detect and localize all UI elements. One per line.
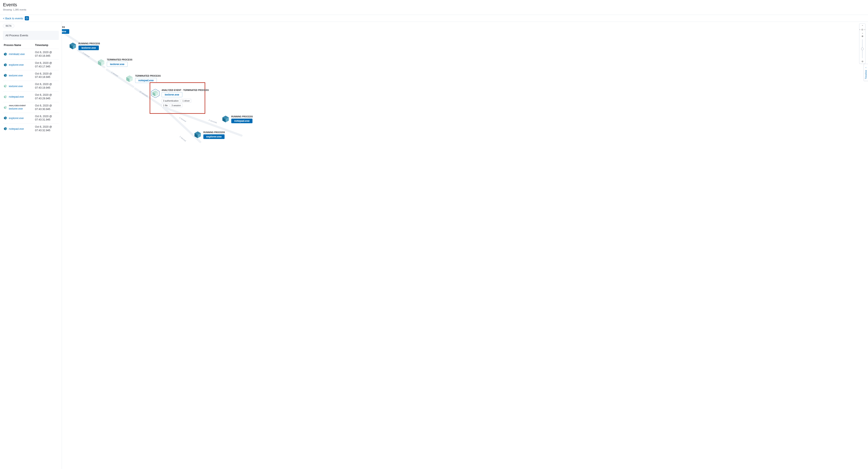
edge-label: 10 seconds xyxy=(139,90,148,97)
process-link[interactable]: notepad.exe xyxy=(9,95,24,98)
node-tags: 3 authentication1 driver1 file3 session xyxy=(162,99,199,107)
pan-down-button[interactable]: ⌄ xyxy=(860,31,864,34)
chevron-left-icon: ‹ xyxy=(866,66,866,69)
page-title: Events xyxy=(3,2,865,7)
node-pill[interactable]: iexlorer.exe xyxy=(162,92,182,97)
process-link[interactable]: mimikatz.exe xyxy=(9,53,25,56)
zoom-slider[interactable] xyxy=(862,39,863,58)
cube-icon xyxy=(98,59,105,67)
cube-icon xyxy=(4,84,7,88)
node-pill[interactable]: notepad.exe xyxy=(231,119,252,123)
table-row[interactable]: notepad.exeOct 6, 2020 @07:43:29.945 xyxy=(3,91,59,102)
sidebar-panel-title: All Process Events xyxy=(3,31,59,40)
analyzed-label: ANALYZED EVENT xyxy=(9,105,26,107)
cube-icon xyxy=(4,106,7,109)
node-status: ANALYZED EVENT · TERMINATED PROCESS xyxy=(162,89,209,91)
graph-node[interactable]: TERMINATED PROCESS notepad.exe xyxy=(126,75,161,83)
cube-icon xyxy=(4,95,7,99)
node-pill[interactable]: explorer.exe xyxy=(204,134,224,139)
process-link[interactable]: iexlorer.exe xyxy=(9,107,26,110)
table-row[interactable]: iexlorer.exeOct 6, 2020 @07:43:19.945 xyxy=(3,81,59,91)
event-tag[interactable]: 3 session xyxy=(170,104,182,107)
svg-point-6 xyxy=(26,18,28,19)
timestamp-cell: Oct 6, 2020 @07:43:19.945 xyxy=(34,81,59,91)
timeline-tab[interactable]: ‹ Timeline xyxy=(864,64,868,81)
cube-icon xyxy=(4,116,7,120)
showing-count: Showing: 1,385 events xyxy=(3,8,865,11)
timestamp-cell: Oct 6, 2020 @07:43:18.945 xyxy=(34,70,59,81)
timestamp-cell: Oct 6, 2020 @07:43:29.945 xyxy=(34,91,59,102)
events-sidebar: BETA All Process Events Process Name Tim… xyxy=(0,22,62,469)
table-row[interactable]: ANALYZED EVENTiexlorer.exeOct 6, 2020 @0… xyxy=(3,102,59,113)
table-row[interactable]: mimikatz.exeOct 6, 2020 @07:43:16.945 xyxy=(3,49,59,60)
process-link[interactable]: notepad.exe xyxy=(9,127,24,130)
cube-icon xyxy=(194,131,201,139)
process-link[interactable]: iexlorer.exe xyxy=(9,74,23,77)
event-tag[interactable]: 1 driver xyxy=(181,99,191,102)
cube-icon xyxy=(126,75,133,83)
timestamp-cell: Oct 6, 2020 @07:43:17.945 xyxy=(34,59,59,70)
analyze-event-button[interactable] xyxy=(25,16,29,20)
graph-node[interactable]: OCESS t.exe xyxy=(62,26,69,34)
event-tag[interactable]: 1 file xyxy=(162,104,169,107)
pan-up-button[interactable]: ⌃ xyxy=(860,25,864,28)
table-row[interactable]: explorer.exeOct 6, 2020 @07:43:17.945 xyxy=(3,59,59,70)
target-icon xyxy=(26,17,28,20)
cube-icon xyxy=(4,127,7,130)
graph-node-analyzed[interactable]: ANALYZED EVENT · TERMINATED PROCESS iexl… xyxy=(151,89,209,107)
timeline-label: Timeline xyxy=(865,70,867,79)
zoom-controls: ⌃ ‹ ◎ › ⌄ ⊕ ⊖ xyxy=(859,24,866,64)
node-status: TERMINATED PROCESS xyxy=(135,75,161,77)
graph-node[interactable]: TERMINATED PROCESS iexlorer.exe xyxy=(98,59,132,67)
col-process-name: Process Name xyxy=(3,42,34,49)
node-status: OCESS xyxy=(62,26,65,28)
cube-icon xyxy=(4,63,7,67)
node-status: RUNNING PROCESS xyxy=(231,115,253,118)
event-tag[interactable]: 3 authentication xyxy=(162,99,180,102)
table-row[interactable]: iexlorer.exeOct 6, 2020 @07:43:18.945 xyxy=(3,70,59,81)
timestamp-cell: Oct 6, 2020 @07:43:32.945 xyxy=(34,123,59,134)
graph-node[interactable]: RUNNING PROCESS notepad.exe xyxy=(222,115,253,123)
process-link[interactable]: explorer.exe xyxy=(9,63,24,66)
node-pill[interactable]: iexlorer.exe xyxy=(107,62,128,67)
cube-icon xyxy=(69,42,76,50)
timestamp-cell: Oct 6, 2020 @07:43:31.945 xyxy=(34,113,59,123)
back-to-events-link[interactable]: < Back to events xyxy=(3,17,23,20)
cube-icon xyxy=(4,74,7,77)
node-status: RUNNING PROCESS xyxy=(204,131,225,134)
page-header: Events Showing: 1,385 events xyxy=(0,0,868,12)
cube-icon xyxy=(4,52,7,56)
node-pill[interactable]: iexlorer.exe xyxy=(79,46,99,50)
col-timestamp: Timestamp xyxy=(34,42,59,49)
graph-node[interactable]: RUNNING PROCESS explorer.exe xyxy=(194,131,225,139)
process-link[interactable]: explorer.exe xyxy=(9,117,24,120)
graph-node[interactable]: RUNNING PROCESS iexlorer.exe xyxy=(69,42,100,50)
node-pill[interactable]: t.exe xyxy=(62,29,69,34)
timestamp-cell: Oct 6, 2020 @07:43:16.945 xyxy=(34,49,59,60)
pan-right-button[interactable]: › xyxy=(864,28,866,31)
pan-left-button[interactable]: ‹ xyxy=(859,28,861,31)
edge-label: 1 second xyxy=(179,136,186,142)
node-status: TERMINATED PROCESS xyxy=(107,59,132,61)
table-row[interactable]: explorer.exeOct 6, 2020 @07:43:31.945 xyxy=(3,113,59,123)
process-link[interactable]: iexlorer.exe xyxy=(9,85,23,88)
main-area: BETA All Process Events Process Name Tim… xyxy=(0,22,868,469)
node-status: RUNNING PROCESS xyxy=(79,42,100,45)
zoom-thumb[interactable] xyxy=(861,48,864,50)
toolbar: < Back to events xyxy=(0,15,868,22)
timestamp-cell: Oct 6, 2020 @07:43:30.945 xyxy=(34,102,59,113)
recenter-button[interactable]: ◎ xyxy=(861,28,864,31)
table-row[interactable]: notepad.exeOct 6, 2020 @07:43:32.945 xyxy=(3,123,59,134)
zoom-out-button[interactable]: ⊖ xyxy=(860,60,864,63)
process-events-table: Process Name Timestamp mimikatz.exeOct 6… xyxy=(3,42,59,134)
cube-icon xyxy=(222,115,229,123)
cube-icon xyxy=(151,89,159,98)
zoom-in-button[interactable]: ⊕ xyxy=(860,35,864,37)
beta-badge: BETA xyxy=(3,24,14,28)
process-graph-canvas[interactable]: 1 second 1 second 10 seconds 1 second 2 … xyxy=(62,22,868,469)
